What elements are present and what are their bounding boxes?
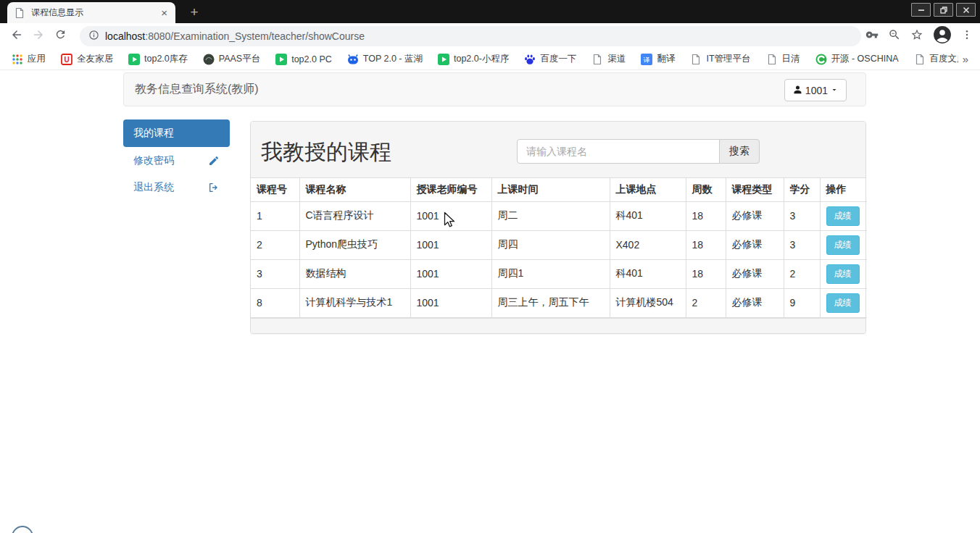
bookmark-label: IT管理平台 — [706, 53, 750, 65]
bookmark-item[interactable]: U全友家居 — [57, 51, 117, 67]
window-close-button[interactable] — [956, 3, 976, 17]
bookmark-item[interactable]: top2.0 PC — [271, 52, 336, 67]
translate-icon: 译 — [641, 54, 652, 65]
bookmark-label: 开源 - OSCHINA — [831, 53, 899, 65]
table-cell: 周四 — [491, 230, 610, 259]
table-cell: 18 — [686, 230, 726, 259]
apps-grid-icon — [12, 54, 23, 65]
table-cell: 3 — [251, 259, 299, 288]
panel-title: 我教授的课程 — [261, 138, 391, 167]
key-icon[interactable] — [865, 28, 879, 44]
column-header: 课程类型 — [726, 178, 784, 201]
reload-icon — [54, 28, 67, 43]
close-icon — [963, 4, 970, 17]
column-header: 上课地点 — [610, 178, 686, 201]
new-tab-button[interactable]: + — [186, 4, 203, 20]
sidebar-item-label: 退出系统 — [133, 181, 174, 194]
table-cell: 18 — [686, 201, 726, 230]
profile-avatar[interactable] — [933, 25, 952, 47]
table-cell-action: 成绩 — [820, 259, 867, 288]
menu-dots-icon[interactable] — [961, 29, 973, 43]
grade-button[interactable]: 成绩 — [826, 293, 860, 313]
bookmark-item[interactable]: TOP 2.0 - 蓝湖 — [343, 51, 427, 67]
window-minimize-button[interactable] — [911, 3, 931, 17]
course-table: 课程号课程名称授课老师编号上课时间上课地点周数课程类型学分操作 1C语言程序设计… — [251, 178, 867, 318]
bookmark-item[interactable]: 渠道 — [587, 51, 630, 67]
grade-button[interactable]: 成绩 — [826, 264, 860, 284]
table-cell: 2 — [251, 230, 299, 259]
zoom-out-icon[interactable] — [888, 28, 901, 44]
table-cell: 计算机科学与技术1 — [299, 288, 410, 317]
forward-button[interactable] — [28, 25, 49, 47]
table-cell: 数据结构 — [299, 259, 410, 288]
restore-icon — [940, 4, 947, 17]
user-dropdown-button[interactable]: 1001 — [784, 79, 847, 101]
bookmark-item[interactable]: top2.0库存 — [124, 51, 192, 67]
play-icon — [438, 54, 449, 65]
bookmark-item[interactable]: top2.0-小程序 — [433, 51, 513, 67]
url-bar[interactable]: localhost:8080/Examination_System/teache… — [80, 26, 861, 46]
table-cell-action: 成绩 — [820, 230, 867, 259]
search-button[interactable]: 搜索 — [719, 139, 760, 164]
bookmark-item[interactable]: IT管理平台 — [686, 51, 755, 67]
tab-close-icon[interactable]: × — [159, 7, 169, 18]
caret-down-icon — [830, 85, 839, 96]
back-icon — [10, 28, 23, 44]
table-cell: 1 — [251, 201, 299, 230]
sidebar-item-logout[interactable]: 退出系统 — [123, 174, 230, 201]
url-path: :8080/Examination_System/teacher/showCou… — [145, 30, 365, 42]
table-cell: 周四1 — [491, 259, 610, 288]
page-icon — [914, 54, 926, 65]
table-cell: 1001 — [410, 201, 491, 230]
table-cell: 3 — [784, 230, 820, 259]
bookmark-label: 翻译 — [657, 53, 675, 65]
column-header: 操作 — [820, 178, 867, 201]
table-cell: 科401 — [610, 259, 686, 288]
bookmark-item[interactable]: PAAS平台 — [199, 51, 265, 67]
floating-widget-partial[interactable] — [12, 526, 33, 533]
bookmark-star-icon[interactable] — [910, 28, 923, 44]
bookmark-item[interactable]: 开源 - OSCHINA — [811, 51, 903, 67]
back-button[interactable] — [6, 25, 28, 47]
course-table-body: 1C语言程序设计1001周二科40118必修课3成绩2Python爬虫技巧100… — [251, 201, 867, 317]
bookmark-item[interactable]: 百度一下 — [520, 51, 581, 67]
reload-button[interactable] — [49, 25, 71, 47]
app-title: 教务信息查询系统(教师) — [124, 82, 259, 97]
table-cell: 1001 — [410, 230, 491, 259]
search-group: 搜索 — [517, 139, 760, 164]
table-row: 1C语言程序设计1001周二科40118必修课3成绩 — [251, 201, 867, 230]
column-header: 授课老师编号 — [410, 178, 491, 201]
table-cell-action: 成绩 — [820, 288, 867, 317]
grade-button[interactable]: 成绩 — [826, 235, 860, 255]
sidebar-item-my-courses[interactable]: 我的课程 — [123, 119, 230, 147]
bookmarks-list: 应用U全友家居top2.0库存PAAS平台top2.0 PCTOP 2.0 - … — [7, 51, 958, 67]
bookmarks-overflow-icon[interactable]: » — [958, 53, 973, 65]
page-icon — [591, 54, 603, 65]
svg-text:译: 译 — [644, 56, 650, 64]
table-cell: 科401 — [610, 201, 686, 230]
u-badge-icon: U — [61, 54, 72, 65]
grade-button[interactable]: 成绩 — [826, 206, 860, 226]
column-header: 课程号 — [251, 178, 299, 201]
column-header: 课程名称 — [299, 178, 410, 201]
sidebar-item-change-password[interactable]: 修改密码 — [123, 147, 230, 174]
bookmark-item[interactable]: 百度文库下载 — [910, 51, 958, 67]
table-cell: 周三上午，周五下午 — [491, 288, 610, 317]
table-cell: 周二 — [491, 201, 610, 230]
search-input[interactable] — [517, 139, 720, 164]
sidebar-item-label: 我的课程 — [133, 127, 174, 140]
bookmark-label: 全友家居 — [77, 53, 113, 65]
table-cell: 必修课 — [726, 288, 784, 317]
baidu-paw-icon — [524, 54, 536, 65]
bookmark-item[interactable]: 译翻译 — [636, 51, 679, 67]
table-cell: C语言程序设计 — [299, 201, 410, 230]
window-restore-button[interactable] — [934, 3, 953, 17]
table-cell: 2 — [686, 288, 726, 317]
table-cell: 1001 — [410, 259, 491, 288]
browser-tab[interactable]: 课程信息显示 × — [7, 2, 175, 23]
bookmark-item[interactable]: 应用 — [7, 51, 50, 67]
bookmark-item[interactable]: 日清 — [762, 51, 805, 67]
bookmark-label: top2.0 PC — [291, 54, 332, 64]
person-icon — [792, 84, 803, 97]
bookmark-label: 百度文库下载 — [930, 53, 958, 65]
